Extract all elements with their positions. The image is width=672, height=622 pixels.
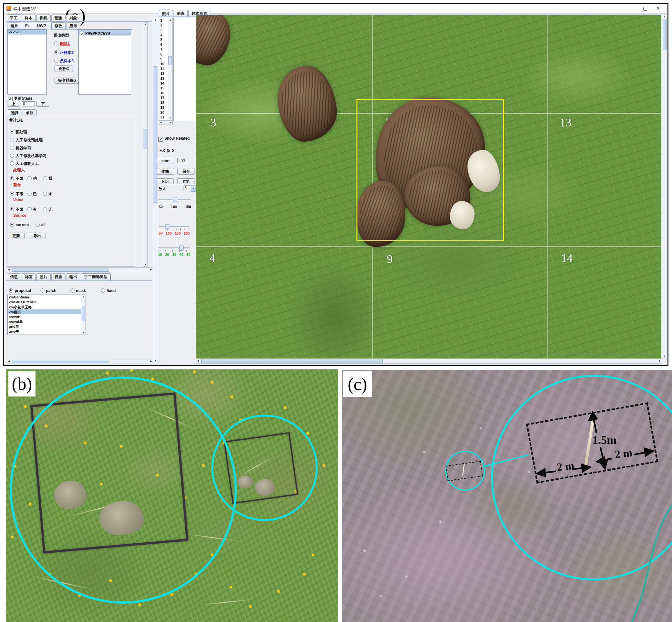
tab-manual[interactable]: 手工 — [7, 14, 21, 22]
negative-radio[interactable] — [54, 59, 59, 63]
index-list[interactable]: 1 2 3 4 5 6 7 8 9 10 11 12 13 14 15 16 1… — [159, 18, 168, 120]
handler-radio-other[interactable] — [27, 176, 32, 180]
slider-thumb[interactable] — [173, 197, 177, 202]
index-item[interactable]: 18 — [160, 100, 168, 105]
tab-settings[interactable]: 设置 — [51, 273, 66, 280]
delete-radio[interactable] — [54, 41, 59, 45]
scroll-left-icon[interactable]: ◀ — [160, 120, 162, 125]
positive-radio[interactable] — [54, 50, 59, 55]
canvas-h-scrollbar[interactable]: ◀ ▶ — [196, 358, 662, 364]
tab-fl[interactable]: FL — [22, 23, 33, 30]
class-list-item[interactable]: crowd牛 — [8, 314, 81, 319]
merge-radio-done[interactable] — [27, 192, 32, 196]
prev-button[interactable]: 上 — [7, 101, 20, 107]
tab-photo-view[interactable]: 照片 — [159, 10, 173, 17]
class-list-scrollbar[interactable]: ▲ ▼ — [81, 295, 86, 335]
scroll-down-icon[interactable]: ▼ — [662, 354, 667, 358]
status-radio-0[interactable] — [10, 130, 14, 134]
left-h-scrollbar[interactable]: ◀ ▶ — [7, 268, 153, 272]
class-list-item[interactable]: grid羊 — [8, 324, 81, 329]
class-list-item[interactable]: 2mSaussureaHK — [8, 300, 81, 305]
show-related-checkbox[interactable]: ✔ — [158, 137, 163, 142]
scroll-up-icon[interactable]: ▲ — [168, 18, 172, 22]
preprocess-checkbox[interactable]: ✔ — [80, 32, 84, 36]
index-item[interactable]: 17 — [160, 96, 168, 100]
tab-modify[interactable]: 修改 — [51, 22, 66, 29]
photo-list[interactable]: 272520 — [7, 29, 47, 95]
merge-radio-not[interactable] — [43, 192, 47, 196]
left-bottom-h-scrollbar[interactable]: ◀ ▶ — [7, 359, 153, 364]
index-item[interactable]: 9 — [160, 57, 168, 62]
tab-predict[interactable]: 预测 — [51, 14, 66, 22]
index-item[interactable]: 5 — [160, 37, 168, 42]
minimize-button[interactable]: – — [627, 5, 637, 11]
save-button[interactable]: 保存 — [177, 168, 195, 175]
tab-chart-view[interactable]: 图表 — [174, 10, 188, 17]
index-list-scrollbar[interactable]: ▲ ▼ — [168, 18, 173, 120]
class-list-item[interactable]: 2m小花草玉梅 — [8, 305, 81, 309]
source-radio-all[interactable] — [35, 222, 40, 227]
index-item[interactable]: 7 — [160, 47, 168, 52]
outer-v-scrollbar[interactable]: ▲ ▼ — [153, 18, 158, 363]
red-slider[interactable]: 50 100 150 200 — [159, 224, 190, 238]
index-item[interactable]: 12 — [160, 71, 168, 76]
scroll-up-icon[interactable]: ▲ — [81, 295, 85, 299]
scroll-left-icon[interactable]: ◀ — [8, 359, 10, 363]
scroll-down-icon[interactable]: ▼ — [153, 359, 158, 362]
source-radio-current[interactable] — [10, 222, 14, 227]
scroll-right-icon[interactable]: ▶ — [170, 120, 172, 125]
preprocess-row[interactable]: ✔ PREPROCESS — [79, 30, 131, 35]
scroll-down-icon[interactable]: ▼ — [81, 331, 85, 335]
index-item[interactable]: 11 — [160, 66, 168, 71]
mask-radio[interactable] — [70, 288, 74, 292]
tab-train[interactable]: 训练 — [36, 14, 51, 22]
value-radio-has[interactable] — [27, 207, 32, 211]
status-radio-1[interactable] — [10, 138, 14, 142]
dropdown-arrow-icon[interactable]: ▼ — [191, 185, 196, 192]
merge-radio-any[interactable] — [10, 192, 14, 196]
handler-radio-any[interactable] — [10, 176, 14, 180]
class-list-item[interactable]: crowd羊 — [8, 319, 81, 324]
scroll-left-icon[interactable]: ◀ — [8, 268, 10, 272]
status-radio-4[interactable] — [10, 161, 14, 166]
tab-object[interactable]: 对象 — [66, 14, 80, 22]
tab-photo[interactable]: 照片 — [7, 23, 21, 30]
handler-radio-me[interactable] — [43, 176, 47, 180]
start-button[interactable]: start — [157, 158, 174, 164]
left-panel-v-scrollbar[interactable]: ▲ ▼ — [143, 22, 148, 267]
tab-select[interactable]: 选择 — [8, 109, 22, 116]
index-input[interactable]: 0 — [22, 101, 35, 106]
change-button[interactable]: 更改C — [55, 66, 73, 72]
zoom-dropdown[interactable]: 5 ▼ — [184, 185, 195, 191]
tab-photos[interactable]: 照片 — [36, 273, 51, 280]
refresh-button[interactable]: rfrh — [177, 178, 195, 184]
batch-size-input[interactable]: 500 — [177, 158, 188, 163]
proposal-radio[interactable] — [9, 288, 13, 292]
index-list-h-scrollbar[interactable]: ◀ ▶ — [159, 120, 173, 125]
status-radio-2[interactable] — [10, 146, 14, 150]
index-item[interactable]: 2 — [160, 23, 168, 28]
zoom-slider[interactable]: 50 100 150 — [159, 197, 191, 210]
class-list-item[interactable]: grid牛 — [8, 329, 81, 334]
index-item[interactable]: 14 — [160, 81, 168, 86]
value-radio-any[interactable] — [10, 207, 14, 211]
export-button[interactable]: 导出 — [29, 233, 45, 239]
index-item[interactable]: 16 — [160, 91, 168, 96]
fixed-radio[interactable] — [101, 288, 105, 292]
index-item[interactable]: 15 — [160, 86, 168, 91]
scroll-right-icon[interactable]: ▶ — [150, 268, 152, 272]
roi-button[interactable]: ROI — [157, 178, 174, 184]
index-item[interactable]: 21 — [160, 115, 168, 120]
scroll-down-icon[interactable]: ▼ — [168, 116, 172, 120]
tab-info[interactable]: 信息 — [7, 273, 21, 280]
canvas-v-scrollbar[interactable]: ▲ ▼ — [662, 14, 667, 358]
tab-uwp[interactable]: UWP — [34, 23, 49, 30]
index-item[interactable]: 20 — [160, 110, 168, 115]
index-item[interactable]: 1 — [160, 18, 168, 23]
index-item[interactable]: 19 — [160, 105, 168, 110]
maximize-button[interactable]: ▢ — [640, 5, 650, 11]
scroll-right-icon[interactable]: ▶ — [659, 359, 661, 363]
update-button[interactable]: 更新 — [8, 233, 25, 239]
value-radio-none[interactable] — [43, 207, 47, 211]
scroll-left-icon[interactable]: ◀ — [197, 359, 199, 363]
